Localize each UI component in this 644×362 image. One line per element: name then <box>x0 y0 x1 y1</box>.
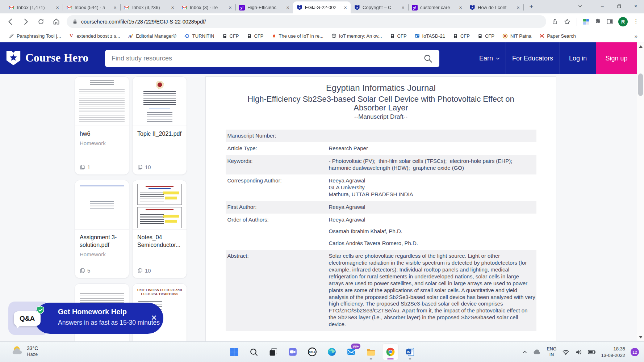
bookmark-item[interactable]: Paraphrasing Tool |... <box>6 32 64 40</box>
side-panel-icon[interactable] <box>606 18 613 25</box>
card-title: Assignment 3-solution.pdf <box>80 233 124 249</box>
popup-close-icon[interactable]: ✕ <box>149 313 159 323</box>
document-thumbnail[interactable] <box>75 77 129 126</box>
tab-close-icon[interactable]: × <box>112 4 118 10</box>
browser-tab[interactable]: y!customer care× <box>408 1 466 13</box>
tab-title: customer care <box>420 5 455 10</box>
tab-close-icon[interactable]: × <box>400 4 406 10</box>
tab-close-icon[interactable]: × <box>457 4 464 10</box>
taskbar-app-win[interactable] <box>226 344 242 360</box>
bookmark-item[interactable]: TURNITIN <box>181 32 217 40</box>
bookmark-item[interactable]: IoT memory: An ov... <box>329 32 385 40</box>
document-thumbnail[interactable] <box>133 77 187 126</box>
browser-toolbar: coursehero.com/file/157287229/EGIJ-S-22-… <box>0 13 644 30</box>
taskbar-taskview-icon <box>269 348 278 357</box>
home-button[interactable] <box>49 15 64 28</box>
bookmark-item[interactable]: NIT Patna <box>499 32 534 40</box>
site-search-bar[interactable] <box>105 50 439 67</box>
taskbar-app-word[interactable]: W <box>402 344 418 360</box>
extensions-puzzle-icon[interactable] <box>594 18 601 25</box>
bookmark-item[interactable]: CFP <box>450 32 473 40</box>
address-bar[interactable]: coursehero.com/file/157287229/EGIJ-S-22-… <box>67 15 546 28</box>
new-tab-button[interactable]: + <box>526 2 536 12</box>
tab-search-chevron-icon[interactable] <box>578 4 582 8</box>
field-label: First Author: <box>226 201 328 214</box>
restore-button[interactable] <box>611 0 627 12</box>
bookmark-cfp-icon <box>390 34 395 38</box>
bookmark-item[interactable]: CFP <box>387 32 410 40</box>
coursehero-shield-icon <box>5 50 22 66</box>
taskbar-app-edge[interactable] <box>323 344 340 360</box>
search-input[interactable] <box>112 55 423 62</box>
document-card[interactable]: hw6Homework1 <box>75 76 129 175</box>
notification-badge[interactable]: 12 <box>631 348 639 356</box>
taskbar-app-chat[interactable] <box>284 344 301 360</box>
taskbar-app-chromeapp[interactable] <box>382 344 399 360</box>
taskbar-app-taskview[interactable] <box>265 344 281 360</box>
popup-pill[interactable] <box>34 303 163 334</box>
forward-button[interactable] <box>18 15 33 28</box>
nav-earn[interactable]: Earn <box>474 42 506 74</box>
document-thumbnail[interactable] <box>133 180 187 230</box>
coursehero-logo[interactable]: Course Hero <box>5 50 89 66</box>
document-card[interactable]: Topic II_2021.pdf10 <box>132 76 187 175</box>
taskbar-app-mailapp[interactable]: 99+ <box>343 344 360 360</box>
extension-grid-icon[interactable] <box>583 18 589 25</box>
bookmark-item[interactable]: IoTASD-21 <box>412 32 448 40</box>
tab-close-icon[interactable]: × <box>54 4 60 10</box>
document-card[interactable]: Notes_04 Semiconductor...10 <box>132 180 187 278</box>
nav-for-educators[interactable]: For Educators <box>506 42 560 74</box>
browser-tab[interactable]: Inbox (544) - a× <box>63 1 120 13</box>
clock[interactable]: 18:35 13-08-2022 <box>601 346 626 358</box>
browser-tab[interactable]: y!High-Efficienc× <box>235 1 293 13</box>
bookmark-item[interactable]: Vextended boost z s... <box>66 32 123 40</box>
reload-button[interactable] <box>33 15 49 28</box>
tray-chevron-up-icon[interactable] <box>522 350 527 355</box>
search-icon[interactable] <box>423 54 433 63</box>
back-button[interactable] <box>3 15 18 28</box>
browser-tab[interactable]: ★EGIJ-S-22-002× <box>293 1 351 13</box>
bookmarks-overflow-icon[interactable]: » <box>635 33 637 39</box>
taskbar-app-tsearch[interactable] <box>245 344 262 360</box>
card-subtitle: Homework <box>80 251 124 257</box>
browser-menu-icon[interactable]: ⋮ <box>633 18 639 25</box>
tab-close-icon[interactable]: × <box>285 4 291 10</box>
document-card[interactable]: Assignment 3-solution.pdfHomework5 <box>75 180 129 278</box>
bookmark-item[interactable]: CFP <box>244 32 267 40</box>
onedrive-cloud-icon[interactable] <box>533 348 541 356</box>
document-thumbnail[interactable] <box>75 180 129 230</box>
bookmark-item[interactable]: The use of IoT in re... <box>269 32 326 40</box>
scroll-up-icon[interactable] <box>639 45 643 48</box>
minimize-button[interactable]: – <box>594 0 611 12</box>
browser-tab[interactable]: ★How do I cont× <box>466 1 523 13</box>
nav-log-in[interactable]: Log in <box>560 42 596 74</box>
tab-close-icon[interactable]: × <box>227 4 233 10</box>
wifi-icon[interactable] <box>562 349 569 356</box>
bookmark-item[interactable]: CFP <box>219 32 242 40</box>
language-indicator[interactable]: ENG IN <box>547 346 556 358</box>
browser-tab[interactable]: Inbox (3,236)× <box>120 1 178 13</box>
share-icon[interactable] <box>551 18 559 25</box>
profile-avatar[interactable]: R <box>618 17 628 26</box>
bookmark-item[interactable]: Paper Search <box>536 32 579 40</box>
taskbar-word-icon: W <box>405 347 415 357</box>
bookmark-item[interactable]: CFP <box>475 32 497 40</box>
speaker-icon[interactable] <box>575 349 582 356</box>
weather-widget[interactable]: 33°C Haze <box>11 345 38 357</box>
tab-close-icon[interactable]: × <box>170 4 176 10</box>
scroll-down-icon[interactable] <box>639 336 643 338</box>
scrollbar-thumb[interactable] <box>638 73 643 96</box>
bookmark-item[interactable]: AEditorial Manager® <box>125 32 179 40</box>
sign-up-button[interactable]: Sign up <box>596 42 637 74</box>
close-window-button[interactable]: × <box>627 0 644 12</box>
taskbar-app-dell[interactable]: DELL <box>304 344 321 360</box>
browser-tab[interactable]: Inbox (3) - ire× <box>178 1 235 13</box>
tab-close-icon[interactable]: × <box>515 4 521 10</box>
page-scrollbar[interactable] <box>637 42 644 341</box>
browser-tab[interactable]: Inbox (1,471)× <box>5 1 63 13</box>
tab-close-icon[interactable]: × <box>342 4 348 10</box>
taskbar-app-folder[interactable] <box>363 344 379 360</box>
browser-tab[interactable]: ★Copyright – C× <box>351 1 408 13</box>
bookmark-star-icon[interactable] <box>564 18 571 25</box>
battery-icon[interactable] <box>587 348 596 356</box>
